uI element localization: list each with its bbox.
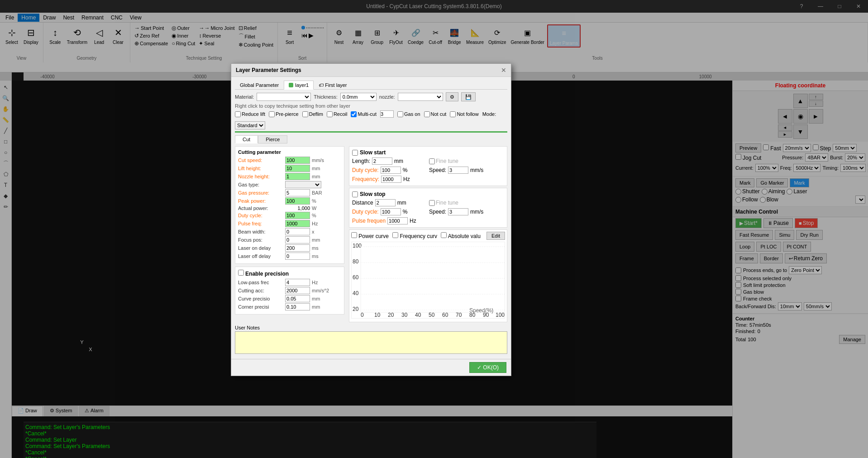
gas-pressure-row: Gas pressure: BAR [238, 189, 341, 196]
svg-text:Speed(%): Speed(%) [469, 307, 493, 314]
save-btn[interactable]: 💾 [461, 92, 476, 101]
material-select[interactable] [257, 93, 311, 101]
duty-cycle-input[interactable] [285, 212, 310, 219]
global-param-tab[interactable]: Global Parameter [235, 81, 284, 90]
focus-pos-unit: mm [312, 237, 320, 243]
ss-duty-unit: % [403, 167, 408, 173]
sp-speed-label: Speed: [429, 209, 446, 215]
sp-dist-input[interactable] [375, 199, 396, 206]
sp-pulse-label: Pulse frequen [352, 218, 386, 224]
low-pass-input[interactable] [285, 279, 310, 286]
ok-btn[interactable]: ✓ OK(O) [469, 362, 506, 373]
lift-height-row: Lift height: mm [238, 165, 341, 172]
enable-precision-input[interactable] [238, 270, 244, 276]
ss-freq-input[interactable] [381, 176, 401, 183]
laser-off-delay-input[interactable] [285, 253, 310, 260]
reduce-lift-input[interactable] [235, 111, 241, 117]
ss-duty-input[interactable] [381, 167, 401, 174]
slow-start-label: Slow start [360, 149, 386, 156]
cutting-acc-row: Cutting acc: mm/s^2 [238, 287, 341, 294]
green-separator [235, 131, 507, 133]
nozzle-height-input[interactable] [285, 173, 310, 180]
edit-btn[interactable]: Edit [486, 232, 505, 240]
focus-pos-input[interactable] [285, 236, 310, 243]
pre-pierce-input[interactable] [269, 111, 275, 117]
actual-power-row: Actual power: 1,000 W [238, 205, 341, 211]
deflim-input[interactable] [302, 111, 308, 117]
modal-footer: ✓ OK(O) [231, 359, 511, 376]
duty-cycle-unit: % [312, 213, 316, 218]
thickness-label: Thickness: [314, 94, 338, 100]
cutting-acc-input[interactable] [285, 287, 310, 294]
corner-prec-row: Corner precisi mm [238, 303, 341, 310]
sp-pulse-input[interactable] [387, 217, 408, 224]
user-notes-textarea[interactable] [235, 331, 507, 354]
beam-width-label: Beam width: [238, 229, 283, 234]
enable-precision-label: Enable precision [238, 271, 289, 277]
ss-fine-tune-input[interactable] [429, 158, 435, 164]
actual-power-label: Actual power: [238, 205, 283, 211]
gas-type-label: Gas type: [238, 182, 283, 187]
recoil-check: Recoil [327, 111, 348, 117]
curve-prec-input[interactable] [285, 295, 310, 302]
multi-cut-input[interactable] [351, 111, 357, 117]
beam-width-input[interactable] [285, 228, 310, 235]
nozzle-settings-btn[interactable]: ⚙ [446, 92, 458, 101]
ss-freq-unit: Hz [403, 176, 410, 182]
not-cut-input[interactable] [424, 111, 430, 117]
multi-cut-value-input[interactable] [380, 110, 394, 118]
slow-stop-grid: Distance mm Fine tune Duty cycle: [352, 199, 504, 224]
cut-speed-unit: mm/s [312, 157, 324, 163]
pulse-freq-input[interactable] [285, 220, 310, 227]
gas-type-select[interactable] [285, 181, 321, 188]
sp-speed-unit: mm/s [470, 209, 483, 215]
mode-select[interactable]: Standard [235, 121, 265, 129]
cut-speed-label: Cut speed: [238, 157, 283, 163]
sp-speed-input[interactable] [448, 208, 468, 215]
chart-area: Power curve Frequency curv Absolute valu… [349, 229, 507, 322]
sp-duty-input[interactable] [381, 208, 401, 215]
sp-duty-unit: % [403, 209, 408, 215]
svg-text:40: 40 [353, 290, 359, 296]
absolute-val-input[interactable] [441, 232, 447, 238]
ss-speed-input[interactable] [448, 167, 468, 174]
deflim-check: Deflim [302, 111, 323, 117]
modal-title: Layer Parameter Settings [236, 67, 301, 73]
nozzle-height-label: Nozzle height: [238, 174, 283, 179]
slow-stop-checkbox[interactable] [352, 191, 358, 197]
ss-length-input[interactable] [372, 157, 392, 165]
slow-start-checkbox[interactable] [352, 150, 358, 156]
gas-on-input[interactable] [397, 111, 403, 117]
low-pass-label: Low-pass frec [238, 280, 283, 285]
slow-start-freq-row: Frequency: Hz [352, 176, 427, 183]
ss-freq-label: Frequency: [352, 176, 379, 182]
pierce-tab[interactable]: Pierce [258, 135, 287, 143]
cutting-acc-label: Cutting acc: [238, 288, 283, 293]
lift-height-input[interactable] [285, 165, 310, 172]
lift-height-label: Lift height: [238, 166, 283, 171]
first-layer-tab[interactable]: 🏷 First layer [314, 81, 352, 90]
corner-prec-unit: mm [312, 304, 320, 310]
material-row: Material: Thickness: 0.0mm nozzle: ⚙ 💾 [235, 92, 507, 101]
low-pass-unit: Hz [312, 280, 318, 285]
sp-fine-tune-input[interactable] [429, 200, 435, 206]
absolute-val-check: Absolute valu [441, 232, 481, 239]
peak-power-input[interactable] [285, 197, 310, 205]
cut-tab[interactable]: Cut [235, 135, 258, 143]
laser-off-delay-unit: ms [312, 253, 319, 259]
modal-close-btn[interactable]: ✕ [501, 67, 506, 74]
svg-text:20: 20 [353, 306, 359, 312]
gas-pressure-input[interactable] [285, 189, 310, 196]
thickness-select[interactable]: 0.0mm [340, 93, 377, 101]
power-curve-input[interactable] [351, 232, 357, 238]
nozzle-select[interactable] [398, 93, 443, 101]
focus-pos-label: Focus pos: [238, 237, 283, 243]
layer1-tab[interactable]: layer1 [284, 81, 314, 90]
cut-speed-input[interactable] [285, 157, 310, 164]
chart-checkboxes: Power curve Frequency curv Absolute valu… [351, 232, 505, 240]
laser-on-delay-input[interactable] [285, 244, 310, 252]
freq-curve-input[interactable] [392, 232, 398, 238]
recoil-input[interactable] [327, 111, 333, 117]
corner-prec-input[interactable] [285, 303, 310, 310]
not-follow-input[interactable] [450, 111, 456, 117]
